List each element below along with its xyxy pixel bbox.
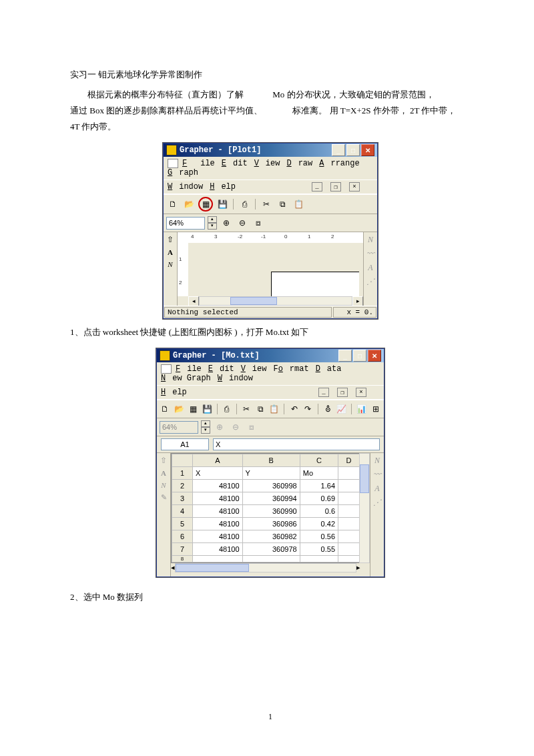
cell[interactable]: X bbox=[193, 467, 243, 480]
table-row[interactable]: 8 bbox=[172, 556, 360, 562]
chart2-icon[interactable]: 📈 bbox=[336, 402, 347, 416]
print-icon[interactable]: ⎙ bbox=[221, 402, 232, 416]
table-row[interactable]: 4 48100 360990 0.6 bbox=[172, 505, 360, 518]
cell[interactable] bbox=[338, 467, 360, 480]
minimize-button[interactable]: _ bbox=[332, 144, 345, 156]
horizontal-scrollbar[interactable]: ◂ ▸ bbox=[171, 563, 360, 573]
cell[interactable]: 0.6 bbox=[300, 505, 338, 518]
mdi-restore-button[interactable]: ❐ bbox=[330, 182, 341, 192]
new-icon[interactable]: 🗋 bbox=[160, 402, 171, 416]
cell-ref-box[interactable]: A1 bbox=[161, 438, 209, 450]
titlebar[interactable]: Grapher - [Plot1] _ □ ✕ bbox=[164, 143, 377, 157]
scroll-thumb[interactable] bbox=[360, 464, 369, 493]
cell[interactable] bbox=[338, 543, 360, 556]
cut-icon[interactable]: ✂ bbox=[260, 198, 273, 211]
cell[interactable] bbox=[300, 556, 338, 562]
undo-icon[interactable]: ↶ bbox=[288, 402, 300, 416]
maximize-button[interactable]: □ bbox=[346, 144, 360, 156]
mdi-close-button[interactable]: × bbox=[356, 388, 366, 397]
chart4-icon[interactable]: ⊞ bbox=[370, 402, 381, 416]
worksheet-icon[interactable]: ▦ bbox=[198, 197, 213, 212]
cell[interactable]: 360994 bbox=[242, 492, 300, 505]
cell[interactable]: 360998 bbox=[242, 480, 300, 492]
cell[interactable]: 360986 bbox=[242, 518, 300, 530]
scroll-left-button[interactable]: ◂ bbox=[188, 296, 199, 306]
a-icon[interactable]: A bbox=[368, 263, 372, 273]
cell[interactable]: 0.56 bbox=[300, 530, 338, 543]
mdi-min-button[interactable]: _ bbox=[318, 388, 329, 397]
cell[interactable]: 360978 bbox=[242, 543, 300, 556]
corner-cell[interactable] bbox=[172, 454, 193, 467]
close-button[interactable]: ✕ bbox=[361, 144, 374, 156]
vertical-scrollbar[interactable] bbox=[359, 453, 370, 563]
table-row[interactable]: 7 48100 360978 0.55 bbox=[172, 543, 360, 556]
copy-icon[interactable]: ⧉ bbox=[276, 198, 289, 211]
close-button[interactable]: ✕ bbox=[368, 350, 381, 362]
menu-view[interactable]: View bbox=[254, 159, 280, 168]
paste-icon[interactable]: 📋 bbox=[268, 402, 280, 416]
open-icon[interactable]: 📂 bbox=[174, 402, 185, 416]
scroll-track[interactable] bbox=[175, 563, 356, 573]
horizontal-scrollbar[interactable]: ◂ ▸ bbox=[188, 296, 363, 306]
mdi-min-button[interactable]: _ bbox=[312, 182, 322, 192]
scroll-thumb[interactable] bbox=[176, 564, 249, 572]
scroll-track[interactable] bbox=[199, 296, 352, 306]
wave-icon[interactable]: 〰 bbox=[366, 249, 374, 259]
cell[interactable]: 48100 bbox=[193, 543, 243, 556]
menu-help[interactable]: Help bbox=[161, 388, 187, 397]
n-icon[interactable]: N bbox=[368, 235, 373, 245]
row-header[interactable]: 3 bbox=[172, 492, 193, 505]
open-icon[interactable]: 📂 bbox=[182, 198, 196, 211]
new-icon[interactable]: 🗋 bbox=[166, 198, 180, 211]
row-header[interactable]: 2 bbox=[172, 480, 193, 492]
col-header[interactable]: A bbox=[193, 454, 243, 467]
cell[interactable]: 48100 bbox=[193, 480, 243, 492]
menu-graph[interactable]: Graph bbox=[168, 168, 198, 177]
copy-icon[interactable]: ⧉ bbox=[255, 402, 266, 416]
cell[interactable] bbox=[338, 556, 360, 562]
row-header[interactable]: 5 bbox=[172, 518, 193, 530]
zoom-rect-icon[interactable]: ⧈ bbox=[252, 216, 265, 230]
menu-view[interactable]: View bbox=[241, 364, 267, 374]
menu-arrange[interactable]: Arrange bbox=[319, 159, 359, 168]
menu-window[interactable]: Window bbox=[168, 182, 203, 192]
row-header[interactable]: 4 bbox=[172, 505, 193, 518]
cell[interactable] bbox=[338, 480, 360, 492]
row-header[interactable]: 8 bbox=[172, 556, 193, 562]
table-row[interactable]: 6 48100 360982 0.56 bbox=[172, 530, 360, 543]
menu-data[interactable]: Data bbox=[316, 364, 342, 374]
pointer-icon[interactable]: ⇧ bbox=[167, 235, 174, 244]
zoom-spinner[interactable]: ▴▾ bbox=[208, 216, 217, 230]
col-header[interactable]: B bbox=[242, 454, 300, 467]
plot-canvas[interactable] bbox=[188, 243, 363, 296]
cell-value-box[interactable]: X bbox=[213, 438, 380, 450]
menu-newgraph[interactable]: New Graph bbox=[161, 374, 211, 383]
cell[interactable]: 48100 bbox=[193, 492, 243, 505]
cell[interactable]: 0.69 bbox=[300, 492, 338, 505]
cell[interactable]: 0.55 bbox=[300, 543, 338, 556]
table-row[interactable]: 5 48100 360986 0.42 bbox=[172, 518, 360, 530]
canvas-area[interactable]: 4 3 -2 -1 0 1 2 1 2 bbox=[178, 232, 363, 306]
zoom-out-icon[interactable]: ⊖ bbox=[236, 216, 249, 230]
scroll-right-button[interactable]: ▸ bbox=[356, 563, 360, 573]
worksheet-icon[interactable]: ▦ bbox=[188, 402, 199, 416]
menu-file[interactable]: File bbox=[182, 159, 215, 168]
mdi-close-button[interactable]: × bbox=[349, 182, 360, 192]
titlebar[interactable]: Grapher - [Mo.txt] _ □ ✕ bbox=[157, 349, 384, 362]
mdi-restore-button[interactable]: ❐ bbox=[337, 388, 348, 397]
menu-file[interactable]: File bbox=[176, 364, 202, 374]
spreadsheet[interactable]: A B C D 1 X Y Mo bbox=[171, 453, 360, 563]
cell[interactable] bbox=[193, 556, 243, 562]
col-header[interactable]: C bbox=[300, 454, 338, 467]
menu-window[interactable]: Window bbox=[218, 374, 253, 383]
cell[interactable]: 360982 bbox=[242, 530, 300, 543]
hatch-icon[interactable]: ⋰ bbox=[366, 277, 374, 287]
cell[interactable]: 0.42 bbox=[300, 518, 338, 530]
cell[interactable]: Y bbox=[242, 467, 300, 480]
cell[interactable] bbox=[338, 518, 360, 530]
menu-draw[interactable]: Draw bbox=[286, 159, 312, 168]
scroll-right-button[interactable]: ▸ bbox=[352, 296, 363, 306]
menu-format[interactable]: Format bbox=[273, 364, 308, 374]
cell[interactable] bbox=[338, 505, 360, 518]
print-icon[interactable]: ⎙ bbox=[238, 198, 251, 211]
